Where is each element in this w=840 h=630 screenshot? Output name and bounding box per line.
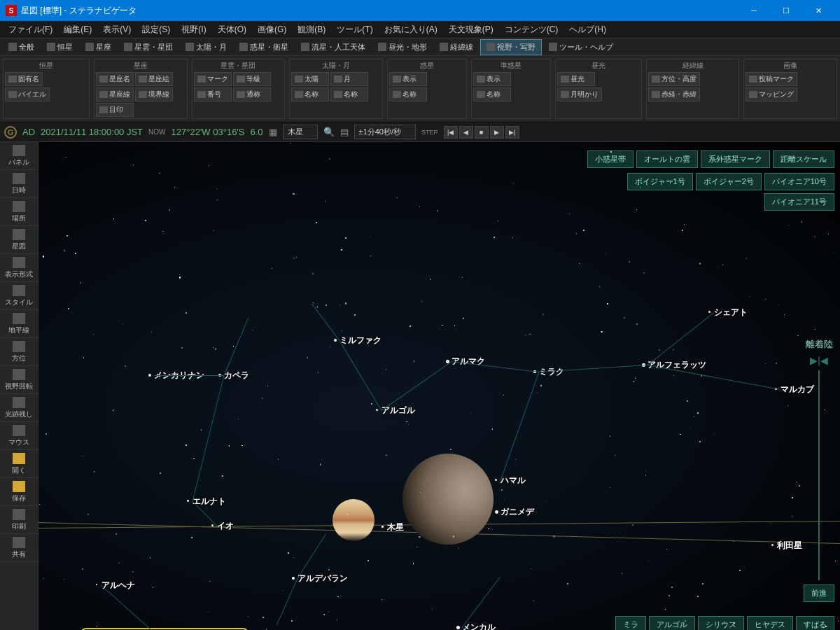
ribbon-tab[interactable]: 星雲・星団	[118, 40, 178, 55]
sidebar-button[interactable]: 印刷	[0, 506, 38, 534]
sidebar-button[interactable]: 地平線	[0, 310, 38, 338]
sidebar-button[interactable]: 視野回転	[0, 366, 38, 394]
sidebar-button[interactable]: 光跡残し	[0, 394, 38, 422]
sky-view[interactable]: 小惑星帯オールトの雲系外惑星マーク距離スケール ボイジャー1号ボイジャー2号パイ…	[38, 142, 840, 630]
celestial-label[interactable]: ハマル	[500, 475, 526, 486]
sidebar-button[interactable]: 表示形式	[0, 254, 38, 282]
tool-button[interactable]: 名称	[473, 88, 511, 102]
tool-button[interactable]: 等級	[233, 72, 271, 86]
sidebar-button[interactable]: 場所	[0, 198, 38, 226]
sidebar-button[interactable]: 方位	[0, 338, 38, 366]
tool-button[interactable]: 星座線	[96, 88, 134, 102]
close-button[interactable]: ✕	[802, 0, 834, 21]
overlay-button[interactable]: すばる	[796, 616, 834, 630]
celestial-label[interactable]: アルフェラッツ	[648, 359, 706, 371]
menu-item[interactable]: 天体(O)	[212, 22, 252, 38]
ribbon-tab[interactable]: 全般	[3, 40, 40, 55]
skip-back-button[interactable]: |◀	[444, 126, 458, 139]
ribbon-tab[interactable]: 視野・写野	[480, 39, 542, 55]
overlay-button[interactable]: シリウス	[698, 616, 744, 630]
overlay-button[interactable]: 距離スケール	[773, 150, 834, 168]
ribbon-tab[interactable]: 昼光・地形	[372, 40, 433, 55]
tool-button[interactable]: 目印	[96, 103, 134, 117]
overlay-button[interactable]: ミラ	[615, 616, 646, 630]
celestial-label[interactable]: 利田星	[777, 540, 802, 552]
tool-button[interactable]: 名称	[330, 88, 368, 102]
tool-button[interactable]: 境界線	[135, 88, 173, 102]
celestial-label[interactable]: ガニメデ	[500, 506, 534, 518]
tool-button[interactable]: 番号	[194, 88, 232, 102]
celestial-label[interactable]: イオ	[217, 520, 234, 532]
menu-item[interactable]: 視野(I)	[176, 22, 211, 38]
nav-arrow-icon[interactable]: ▶|◀	[810, 355, 828, 366]
sidebar-button[interactable]: マウス	[0, 422, 38, 450]
tool-button[interactable]: 昼光	[557, 72, 595, 86]
skip-forward-button[interactable]: ▶|	[505, 126, 519, 139]
sidebar-button[interactable]: 共有	[0, 534, 38, 562]
sidebar-button[interactable]: 開く	[0, 450, 38, 478]
ribbon-tab[interactable]: 星座	[80, 40, 117, 55]
maximize-button[interactable]: ☐	[770, 0, 802, 21]
tool-button[interactable]: 方位・高度	[648, 72, 700, 86]
sidebar-button[interactable]: 星図	[0, 226, 38, 254]
grid-icon[interactable]: ▦	[269, 127, 277, 137]
nav-scale-line[interactable]	[818, 370, 820, 580]
ribbon-tab[interactable]: 惑星・衛星	[234, 40, 294, 55]
datetime-text[interactable]: 2021/11/11 18:00:00 JST	[41, 127, 143, 137]
celestial-label[interactable]: マルカブ	[780, 384, 814, 396]
search-icon[interactable]: 🔍	[323, 127, 335, 137]
tool-button[interactable]: 月明かり	[557, 88, 602, 102]
tool-button[interactable]: 赤経・赤緯	[648, 88, 700, 102]
tool-button[interactable]: 太陽	[291, 72, 329, 86]
overlay-button[interactable]: オールトの雲	[636, 150, 698, 168]
sidebar-button[interactable]: パネル	[0, 142, 38, 170]
tool-button[interactable]: 月	[330, 72, 368, 86]
menu-item[interactable]: ファイル(F)	[3, 22, 58, 38]
tool-button[interactable]: 固有名	[5, 72, 43, 86]
tool-button[interactable]: バイエル	[5, 88, 50, 102]
tool-button[interactable]: 表示	[389, 72, 427, 86]
ganymede-body[interactable]	[402, 454, 493, 545]
menu-item[interactable]: お気に入り(A)	[379, 22, 443, 38]
overlay-button[interactable]: ボイジャー2号	[696, 173, 762, 190]
era-indicator[interactable]: G	[4, 126, 17, 139]
jupiter-body[interactable]	[332, 499, 374, 541]
menu-item[interactable]: ヘルプ(H)	[564, 22, 612, 38]
menu-item[interactable]: 表示(V)	[97, 22, 136, 38]
overlay-button[interactable]: ヒヤデス	[747, 616, 793, 630]
ribbon-tab[interactable]: 恒星	[41, 40, 78, 55]
menu-item[interactable]: 観測(B)	[292, 22, 331, 38]
ribbon-tab[interactable]: 流星・人工天体	[295, 40, 371, 55]
menu-item[interactable]: 天文現象(P)	[443, 22, 499, 38]
menu-item[interactable]: 編集(E)	[58, 22, 97, 38]
overlay-button[interactable]: パイオニア11号	[764, 193, 834, 211]
celestial-label[interactable]: 木星	[387, 522, 404, 533]
play-button[interactable]: ▶	[490, 126, 504, 139]
nav-top-label[interactable]: 離着陸	[806, 338, 833, 351]
ribbon-tab[interactable]: 経緯線	[434, 40, 479, 55]
tool-button[interactable]: マッピング	[746, 88, 797, 102]
location-text[interactable]: 127°22'W 03°16'S	[172, 127, 245, 137]
minimize-button[interactable]: ─	[738, 0, 770, 21]
ribbon-tab[interactable]: 太陽・月	[180, 40, 232, 55]
menu-item[interactable]: ツール(T)	[331, 22, 378, 38]
overlay-button[interactable]: パイオニア10号	[764, 173, 834, 190]
overlay-button[interactable]: ボイジャー1号	[627, 173, 693, 190]
tool-button[interactable]: 表示	[473, 72, 511, 86]
tool-button[interactable]: 名称	[389, 88, 427, 102]
celestial-label[interactable]: アルデバラン	[298, 573, 348, 584]
menu-item[interactable]: 画像(G)	[252, 22, 292, 38]
celestial-label[interactable]: カペラ	[224, 370, 249, 382]
celestial-label[interactable]: ミルファク	[340, 335, 382, 346]
menu-item[interactable]: 設定(S)	[136, 22, 176, 38]
overlay-button[interactable]: アルゴル	[649, 616, 695, 630]
celestial-label[interactable]: シェアト	[714, 307, 748, 318]
tool-button[interactable]: マーク	[194, 72, 232, 86]
tool-button[interactable]: 通称	[233, 88, 271, 102]
overlay-button[interactable]: 小惑星帯	[587, 150, 634, 168]
ribbon-tab[interactable]: ツール・ヘルプ	[543, 40, 619, 55]
overlay-button[interactable]: 系外惑星マーク	[701, 150, 770, 168]
target-dropdown[interactable]: 木星	[283, 125, 318, 139]
back-button[interactable]: ◀	[459, 126, 473, 139]
sidebar-button[interactable]: 保存	[0, 478, 38, 506]
